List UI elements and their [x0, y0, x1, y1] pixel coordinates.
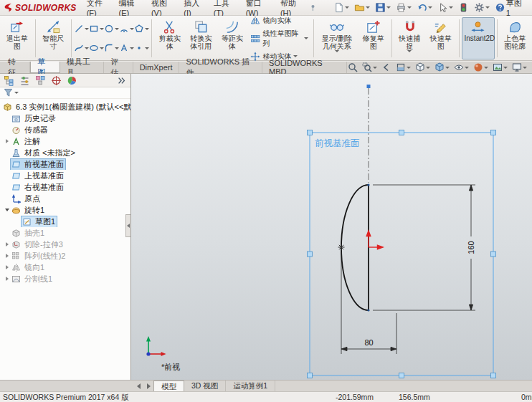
point-tool-button[interactable] — [134, 39, 149, 58]
ribbon-separator — [151, 19, 152, 57]
expand-arrow-icon[interactable] — [3, 139, 11, 143]
tab-model[interactable]: 模型 — [153, 381, 184, 391]
open-document-button[interactable] — [353, 1, 371, 14]
circle-tool-button[interactable] — [104, 19, 119, 39]
expand-arrow-icon[interactable] — [3, 242, 11, 247]
offset-entities-button[interactable]: 等距实体 — [217, 17, 248, 59]
rapid-sketch-button[interactable]: 快速草图 — [425, 17, 457, 59]
linear-sketch-pattern-button[interactable]: 线性草图阵列 — [249, 28, 309, 49]
zoom-fit-button[interactable] — [347, 62, 358, 72]
quick-snaps-button[interactable]: 快速捕捉 — [394, 17, 426, 59]
ellipse-quadrant-point[interactable] — [338, 244, 345, 251]
tree-item-part-root[interactable]: 6.3 实例1(椭圆盖建模) (默认<<默认>_显 — [0, 101, 130, 113]
tree-item-mirror1[interactable]: 镜向1 — [0, 262, 130, 273]
rebuild-button[interactable] — [457, 1, 470, 14]
apply-scene-button[interactable] — [492, 62, 508, 72]
propertymanager-tab[interactable] — [19, 75, 30, 86]
expand-arrow-icon[interactable] — [3, 277, 11, 281]
tab-mold-tools[interactable]: 模具工具 — [60, 62, 105, 73]
spline-tool-button[interactable] — [74, 39, 89, 58]
convert-entities-button[interactable]: 转换实体引用 — [185, 17, 217, 59]
section-view-button[interactable] — [395, 62, 412, 72]
tab-solidworks-mbd[interactable]: SOLIDWORKS MBD — [262, 62, 347, 73]
dimension-160[interactable] — [373, 185, 475, 310]
panel-collapse-handle[interactable] — [125, 214, 131, 237]
panel-flyout-expand-button[interactable] — [116, 75, 127, 86]
sketch-endpoint-top[interactable] — [367, 183, 369, 186]
sketch-origin[interactable] — [366, 231, 383, 249]
displaymanager-tab[interactable] — [67, 75, 77, 86]
ellipse-tool-button[interactable] — [89, 39, 104, 58]
instant2d-button[interactable]: Instant2D — [462, 17, 495, 59]
tree-item-revolve1[interactable]: 旋转1 — [0, 204, 130, 216]
trim-entities-button[interactable]: 剪裁实体 — [154, 17, 186, 59]
tree-item-linear-pattern2[interactable]: 阵列(线性)2 — [0, 250, 130, 262]
hide-show-items-button[interactable] — [453, 62, 470, 72]
display-style-button[interactable] — [434, 62, 450, 72]
tree-item-origin[interactable]: 原点 — [0, 193, 130, 204]
filter-caret-icon[interactable] — [14, 92, 19, 94]
tab-scroll-right-button[interactable] — [143, 381, 153, 391]
tab-motion-study1[interactable]: 运动算例1 — [226, 381, 275, 391]
expand-arrow-icon[interactable] — [3, 254, 11, 258]
text-tool-button[interactable] — [119, 39, 134, 58]
tree-item-right-plane[interactable]: 右视基准面 — [0, 181, 130, 193]
print-button[interactable] — [395, 1, 412, 14]
tree-item-history[interactable]: 历史记录 — [0, 113, 130, 124]
new-document-button[interactable] — [333, 1, 350, 14]
tree-item-shell1[interactable]: 抽壳1 — [0, 227, 130, 239]
line-tool-button[interactable] — [74, 19, 89, 39]
tree-item-split-line1[interactable]: 分割线1 — [0, 273, 130, 284]
sketch-endpoint-bottom[interactable] — [367, 309, 369, 311]
filter-funnel-icon[interactable] — [4, 88, 13, 97]
ellipse-arc[interactable] — [341, 185, 369, 310]
configurationmanager-tab[interactable] — [35, 75, 46, 86]
select-arrow-button[interactable] — [437, 1, 454, 14]
pin-menu-icon[interactable] — [309, 3, 317, 13]
tab-evaluate[interactable]: 评估 — [104, 62, 133, 73]
exit-sketch-button[interactable]: 退出草图 — [1, 17, 33, 59]
fillet-tool-button[interactable] — [104, 39, 119, 58]
tree-item-front-plane[interactable]: 前视基准面 — [0, 158, 130, 170]
tab-dimxpert[interactable]: DimXpert — [133, 62, 180, 73]
tab-solidworks-addins[interactable]: SOLIDWORKS 插件 — [179, 62, 262, 73]
polygon-tool-button[interactable] — [134, 19, 149, 39]
view-settings-button[interactable] — [511, 62, 528, 72]
expand-arrow-icon[interactable] — [3, 265, 11, 269]
tree-item-annotations[interactable]: 注解 — [0, 135, 130, 147]
collapse-arrow-icon[interactable] — [3, 209, 11, 211]
smart-dimension-button[interactable]: 智能尺寸 — [37, 17, 69, 59]
edit-appearance-sphere-icon — [473, 62, 483, 72]
edit-appearance-button[interactable] — [472, 62, 489, 72]
featuremanager-tab[interactable] — [4, 75, 14, 86]
tree-item-sensors[interactable]: 传感器 — [0, 124, 130, 135]
save-button[interactable] — [374, 1, 391, 14]
help-button[interactable] — [494, 1, 506, 14]
shaded-sketch-contours-button[interactable]: 上色草图轮廓 — [499, 17, 531, 59]
tree-item-sketch1[interactable]: 草图1 — [0, 216, 130, 227]
previous-view-button[interactable] — [381, 62, 392, 72]
tree-item-cut-extrude3[interactable]: 切除-拉伸3 — [0, 239, 130, 250]
sketch-canvas[interactable]: 前视基准面 — [131, 74, 532, 380]
dimxpertmanager-tab[interactable] — [51, 75, 62, 86]
centerline-endpoint[interactable] — [367, 85, 371, 88]
view-orientation-button[interactable] — [414, 62, 431, 72]
tree-item-material[interactable]: 材质 <未指定> — [0, 147, 130, 158]
tab-sketch[interactable]: 草图 — [30, 62, 60, 73]
display-delete-relations-button[interactable]: 显示/删除几何关系 — [316, 17, 358, 59]
rectangle-tool-button[interactable] — [89, 19, 104, 39]
zoom-area-button[interactable] — [361, 62, 378, 72]
graphics-viewport[interactable]: 前视基准面 — [131, 74, 532, 380]
tab-3d-views[interactable]: 3D 视图 — [184, 381, 226, 391]
dim-height-text[interactable]: 160 — [467, 241, 475, 254]
tab-scroll-left-button[interactable] — [133, 381, 143, 391]
tab-features[interactable]: 特征 — [1, 62, 30, 73]
arc-tool-button[interactable] — [119, 19, 134, 39]
options-button[interactable] — [473, 1, 490, 14]
undo-button[interactable] — [416, 1, 433, 14]
tree-item-top-plane[interactable]: 上视基准面 — [0, 170, 130, 181]
document-title: 草图1 — [506, 0, 528, 17]
repair-sketch-button[interactable]: 修复草图 — [358, 17, 389, 59]
mirror-entities-button[interactable]: 镜向实体 — [249, 15, 309, 27]
dim-width-text[interactable]: 80 — [364, 338, 373, 347]
